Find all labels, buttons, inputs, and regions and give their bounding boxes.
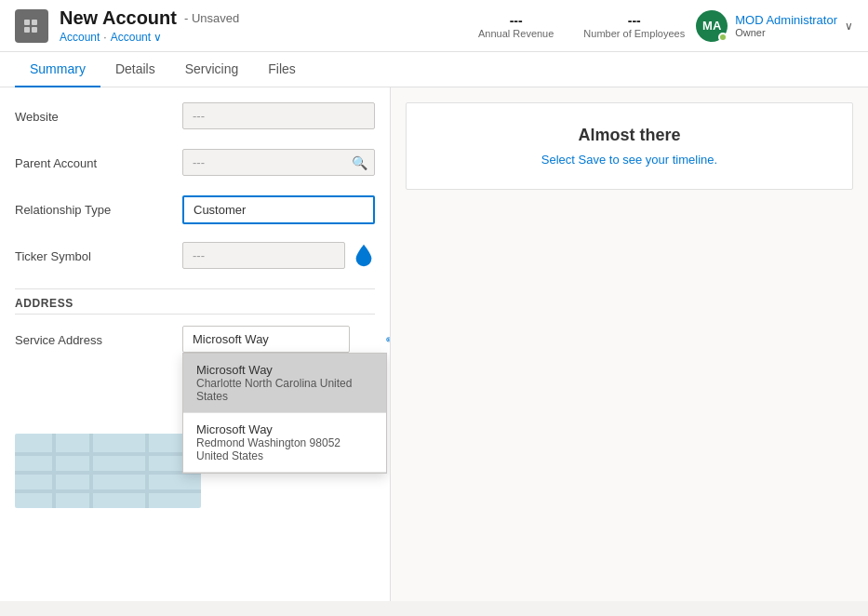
section-separator [15,288,375,289]
tab-summary[interactable]: Summary [15,52,100,87]
address-option-2[interactable]: Microsoft Way Redmond Washington 98052 U… [183,413,386,473]
ticker-symbol-field: Ticker Symbol --- [15,242,375,275]
user-chevron-icon: ∨ [845,20,853,33]
header-title: New Account - Unsaved [60,7,467,29]
header-metrics: --- Annual Revenue --- Number of Employe… [478,13,685,39]
unsaved-label: - Unsaved [184,11,239,25]
breadcrumb-account2-link[interactable]: Account ∨ [111,31,163,44]
nav-tabs: Summary Details Servicing Files [0,52,868,87]
ticker-dashes: --- [182,242,345,269]
user-profile[interactable]: MA MOD Administrator Owner ∨ [696,10,853,42]
website-label: Website [15,102,182,124]
ticker-symbol-value: --- [182,242,375,269]
service-address-label: Service Address [15,326,182,347]
breadcrumb-account-link[interactable]: Account [60,31,100,44]
breadcrumb-chevron: ∨ [154,31,162,44]
relationship-type-value [182,195,375,224]
num-employees-label: Number of Employees [583,28,685,39]
timeline-heading: Almost there [429,126,830,145]
right-panel: Almost there Select Save to see your tim… [391,87,868,601]
svg-rect-0 [24,20,30,25]
parent-account-value: --- 🔍 [182,149,375,176]
parent-account-label: Parent Account [15,149,182,170]
address-option-1[interactable]: Microsoft Way Charlotte North Carolina U… [183,354,386,413]
relationship-type-field: Relationship Type [15,195,375,229]
website-value: --- [182,102,375,129]
service-address-field: Service Address ✏ Microsoft Way Charlott… [15,326,375,359]
tab-details[interactable]: Details [100,52,170,87]
parent-account-input-wrapper: --- 🔍 [182,149,375,176]
address-section-header: ADDRESS [15,297,375,315]
address-dropdown: Microsoft Way Charlotte North Carolina U… [182,353,387,474]
address-option-1-secondary: Charlotte North Carolina United States [196,377,373,403]
parent-account-dashes: --- [182,149,375,176]
user-role: Owner [735,27,837,38]
ticker-row: --- [182,242,375,269]
tab-servicing[interactable]: Servicing [170,52,254,87]
address-input-wrapper: ✏ Microsoft Way Charlotte North Carolina… [182,326,375,353]
address-option-2-secondary: Redmond Washington 98052 United States [196,436,373,462]
num-employees-value: --- [628,13,641,28]
avatar: MA [696,10,728,42]
main-content: Website --- Parent Account --- 🔍 Relatio… [0,87,868,601]
svg-rect-2 [24,27,30,33]
breadcrumb-sep: · [103,31,106,44]
address-option-1-primary: Microsoft Way [196,363,373,377]
parent-account-field: Parent Account --- 🔍 [15,149,375,182]
website-dashes: --- [182,102,375,129]
user-info: MOD Administrator Owner [735,13,837,38]
num-employees-metric: --- Number of Employees [583,13,685,39]
timeline-hint: Select Save to see your timeline. [429,153,830,167]
service-address-value: ✏ Microsoft Way Charlotte North Carolina… [182,326,375,353]
annual-revenue-label: Annual Revenue [478,28,554,39]
left-panel: Website --- Parent Account --- 🔍 Relatio… [0,87,391,601]
annual-revenue-value: --- [510,13,523,28]
svg-rect-1 [32,20,37,25]
address-option-2-primary: Microsoft Way [196,422,373,436]
ticker-symbol-label: Ticker Symbol [15,242,182,263]
breadcrumb: Account · Account ∨ [60,31,467,44]
app-header: New Account - Unsaved Account · Account … [0,0,868,52]
online-indicator [718,33,728,42]
user-name: MOD Administrator [735,13,837,27]
parent-account-search-icon[interactable]: 🔍 [352,155,367,170]
tab-files[interactable]: Files [253,52,311,87]
address-input[interactable] [182,326,350,353]
app-icon [15,9,48,43]
svg-rect-3 [32,27,37,33]
annual-revenue-metric: --- Annual Revenue [478,13,554,39]
map-preview [15,434,201,508]
relationship-type-label: Relationship Type [15,195,182,217]
water-drop-icon[interactable] [353,243,375,269]
relationship-type-input[interactable] [182,195,375,224]
header-title-block: New Account - Unsaved Account · Account … [60,7,467,44]
timeline-section: Almost there Select Save to see your tim… [406,102,853,190]
website-field: Website --- [15,102,375,136]
new-account-title: New Account [60,7,177,29]
